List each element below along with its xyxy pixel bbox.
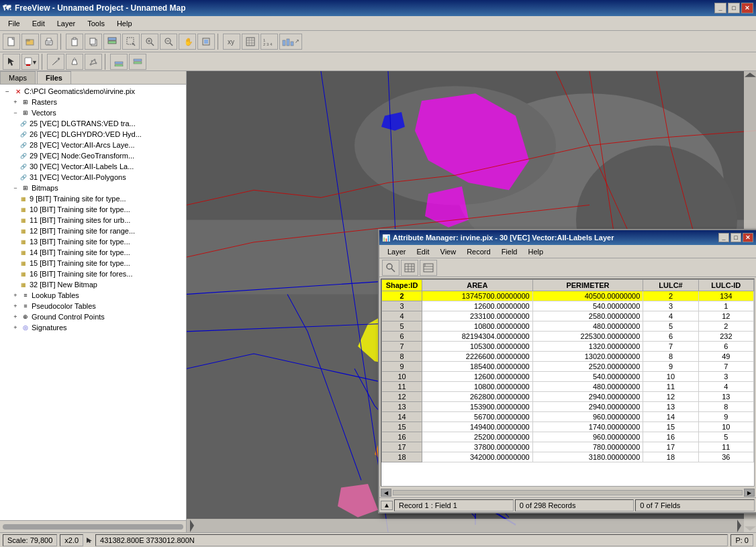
tree-bit-16[interactable]: ▦ 16 [BIT] Training site for fores... — [1, 268, 185, 279]
dialog-minimize-button[interactable]: _ — [718, 233, 729, 242]
table-row[interactable]: 12 262800.00000000 2940.00000000 12 13 — [382, 392, 754, 402]
tree-rasters[interactable]: + ⊞ Rasters — [1, 97, 185, 107]
table-row[interactable]: 7 105300.00000000 1320.00000000 7 6 — [382, 342, 754, 352]
table-row[interactable]: 14 56700.00000000 960.00000000 14 9 — [382, 412, 754, 422]
scale-number-button[interactable]: 12 3 4 — [261, 34, 278, 50]
tree-signatures[interactable]: + ◎ Signatures — [1, 322, 185, 333]
tree-vec-25[interactable]: 🔗 25 [VEC] DLGTRANS:VED tra... — [1, 118, 185, 129]
dialog-menu-field[interactable]: Field — [496, 246, 523, 257]
dialog-menu-record[interactable]: Record — [461, 246, 495, 257]
color-picker-button[interactable]: ▼ — [21, 54, 39, 70]
tree-pseudo[interactable]: + ≡ Pseudocolor Tables — [1, 301, 185, 311]
print-button[interactable] — [40, 34, 58, 50]
menu-file[interactable]: File — [3, 18, 26, 29]
dialog-menu-layer[interactable]: Layer — [382, 246, 412, 257]
table-row[interactable]: 6 82194304.00000000 225300.00000000 6 23… — [382, 332, 754, 342]
shape-button[interactable] — [66, 54, 83, 70]
copy-button[interactable] — [85, 34, 102, 50]
dialog-menu-edit[interactable]: Edit — [412, 246, 435, 257]
layer-down-button[interactable] — [129, 54, 146, 70]
pan-button[interactable]: ✋ — [179, 34, 196, 50]
table-row[interactable]: 2 13745700.00000000 40500.00000000 2 134 — [382, 291, 754, 301]
dialog-form-button[interactable] — [420, 260, 437, 276]
tree-bitmaps[interactable]: − ⊞ Bitmaps — [1, 183, 185, 193]
tree-bit-9[interactable]: ▦ 9 [BIT] Training site for type... — [1, 193, 185, 204]
table-row[interactable]: 5 10800.00000000 480.00000000 5 2 — [382, 321, 754, 332]
full-extent-button[interactable] — [197, 34, 215, 50]
map-area[interactable]: 📊 Attribute Manager: irvine.pix - 30 [VE… — [187, 71, 756, 532]
new-button[interactable] — [3, 34, 20, 50]
pencil-button[interactable] — [47, 54, 64, 70]
tree-vec-26[interactable]: 🔗 26 [VEC] DLGHYDRO:VED Hyd... — [1, 129, 185, 140]
table-row[interactable]: 18 342000.00000000 3180.00000000 18 36 — [382, 452, 754, 462]
dialog-hscroll[interactable]: ◀ ▶ — [379, 488, 756, 497]
table-row[interactable]: 3 12600.00000000 540.00000000 3 1 — [382, 301, 754, 311]
menu-help[interactable]: Help — [111, 18, 138, 29]
tree-gcp[interactable]: + ⊕ Ground Control Points — [1, 311, 185, 322]
tree-bit-13[interactable]: ▦ 13 [BIT] Training site for type... — [1, 236, 185, 247]
tree-vectors[interactable]: − ⊞ Vectors — [1, 107, 185, 118]
tree-bit-32[interactable]: ▦ 32 [BIT] New Bitmap — [1, 279, 185, 290]
table-row[interactable]: 15 149400.00000000 1740.00000000 15 10 — [382, 422, 754, 432]
toolbar-separator-1 — [60, 34, 63, 50]
tree-vec-30[interactable]: 🔗 30 [VEC] Vector:AII-Labels La... — [1, 161, 185, 172]
tree-vec-31[interactable]: 🔗 31 [VEC] Vector:AII-Polygons — [1, 172, 185, 183]
layer-up-button[interactable] — [110, 54, 128, 70]
maximize-button[interactable]: □ — [728, 3, 740, 13]
col-perimeter[interactable]: PERIMETER — [532, 280, 643, 291]
table-row[interactable]: 9 185400.00000000 2520.00000000 9 7 — [382, 362, 754, 372]
tree-bit-12[interactable]: ▦ 12 [BIT] Training site for range... — [1, 226, 185, 236]
dialog-table-button[interactable] — [401, 260, 418, 276]
toolbar-separator-2 — [218, 34, 220, 50]
zoom-in-button[interactable] — [141, 34, 158, 50]
tree-root[interactable]: − ✕ C:\PCI Geomatics\demo\irvine.pix — [1, 86, 185, 97]
tree-vec-29[interactable]: 🔗 29 [VEC] Node:GeoTransform... — [1, 150, 185, 161]
scroll-left-button[interactable]: ◀ — [381, 489, 391, 497]
tree-bit-15[interactable]: ▦ 15 [BIT] Training site for type... — [1, 258, 185, 268]
dialog-maximize-button[interactable]: □ — [730, 233, 741, 242]
attribute-table[interactable]: Shape:ID AREA PERIMETER LULC# LULC-ID 2 … — [381, 279, 755, 487]
col-shapeid[interactable]: Shape:ID — [382, 280, 422, 291]
cursor-button[interactable] — [3, 54, 20, 70]
close-button[interactable]: ✕ — [741, 3, 753, 13]
grid-button[interactable] — [242, 34, 259, 50]
menu-edit[interactable]: Edit — [27, 18, 50, 29]
menu-layer[interactable]: Layer — [52, 18, 81, 29]
tree-scroll-bar[interactable] — [0, 520, 186, 532]
table-row[interactable]: 8 2226600.00000000 13020.00000000 8 49 — [382, 352, 754, 362]
tab-files[interactable]: Files — [37, 71, 71, 84]
dialog-search-button[interactable] — [382, 260, 399, 276]
zoom-out-button[interactable] — [160, 34, 177, 50]
table-row[interactable]: 4 233100.00000000 2580.00000000 4 12 — [382, 311, 754, 321]
prev-record-button[interactable]: ▲ — [381, 501, 393, 510]
menu-tools[interactable]: Tools — [82, 18, 110, 29]
layers-button[interactable] — [103, 34, 121, 50]
svg-rect-83 — [187, 519, 756, 532]
minimize-button[interactable]: _ — [714, 3, 726, 13]
col-area[interactable]: AREA — [422, 280, 533, 291]
cell-lulcnum: 15 — [643, 422, 698, 432]
dialog-menu-help[interactable]: Help — [522, 246, 549, 257]
scroll-right-button[interactable]: ▶ — [744, 489, 755, 497]
dialog-menu-view[interactable]: View — [435, 246, 462, 257]
tree-bit-10[interactable]: ▦ 10 [BIT] Training site for type... — [1, 204, 185, 215]
tab-maps[interactable]: Maps — [0, 71, 36, 84]
dialog-close-button[interactable]: ✕ — [743, 233, 753, 242]
table-row[interactable]: 17 37800.00000000 780.00000000 17 11 — [382, 442, 754, 452]
table-row[interactable]: 10 12600.00000000 540.00000000 10 3 — [382, 372, 754, 382]
open-button[interactable] — [21, 34, 39, 50]
table-row[interactable]: 16 25200.00000000 960.00000000 16 5 — [382, 432, 754, 442]
chart-button[interactable]: ↗ — [279, 34, 302, 50]
col-lulcid[interactable]: LULC-ID — [698, 280, 753, 291]
tree-vec-28[interactable]: 🔗 28 [VEC] Vector:AII-Arcs Laye... — [1, 140, 185, 150]
zoom-window-button[interactable] — [122, 34, 140, 50]
polygon-button[interactable] — [85, 54, 102, 70]
measure-button[interactable]: xy — [223, 34, 240, 50]
col-lulcnum[interactable]: LULC# — [643, 280, 698, 291]
tree-bit-11[interactable]: ▦ 11 [BIT] Training sites for urb... — [1, 215, 185, 226]
table-row[interactable]: 11 10800.00000000 480.00000000 11 4 — [382, 382, 754, 392]
paste-button[interactable] — [66, 34, 83, 50]
table-row[interactable]: 13 153900.00000000 2940.00000000 13 8 — [382, 402, 754, 412]
tree-bit-14[interactable]: ▦ 14 [BIT] Training site for type... — [1, 247, 185, 258]
tree-lookup[interactable]: + ≡ Lookup Tables — [1, 290, 185, 301]
